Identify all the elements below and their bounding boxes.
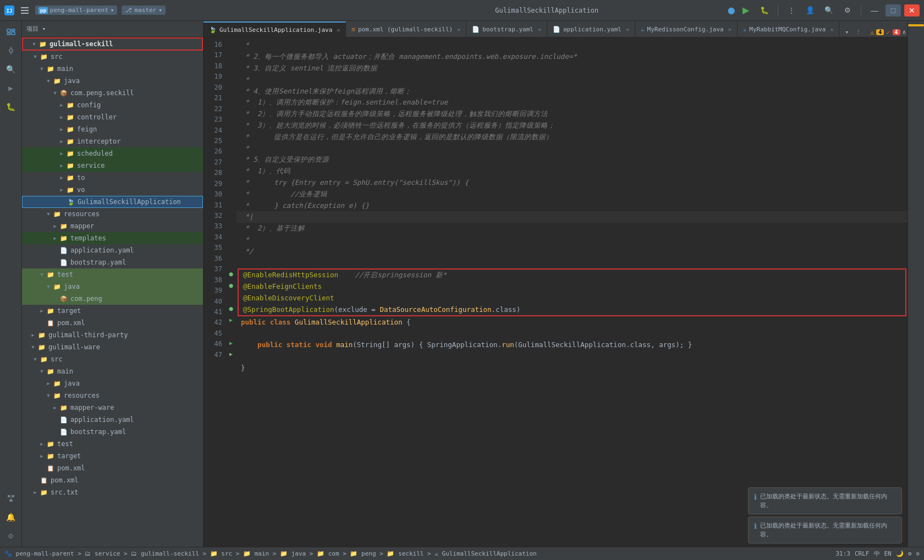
tree-item-main-class[interactable]: 🍃 GulimallSeckillApplication: [22, 196, 203, 208]
tree-item-feign[interactable]: ▶ 📁 feign: [22, 123, 203, 135]
tab-close-redisson[interactable]: ✕: [728, 26, 732, 32]
gutter-icon-37[interactable]: ●: [227, 280, 235, 292]
run-button[interactable]: ▶: [738, 4, 754, 17]
minimize-button[interactable]: —: [867, 4, 882, 17]
status-moon: 🌙: [896, 550, 904, 557]
tree-item-java[interactable]: ▼ 📁 java: [22, 75, 203, 87]
status-settings[interactable]: ⚙: [908, 550, 912, 557]
status-position[interactable]: 31:3: [836, 550, 851, 557]
settings-button[interactable]: ⚙: [840, 4, 855, 17]
account-button[interactable]: 👤: [802, 4, 818, 17]
sidebar-icon-project[interactable]: [2, 23, 20, 41]
folder-icon: 📁: [66, 125, 75, 134]
arrow-icon: ▶: [37, 441, 46, 447]
tree-item-scheduled[interactable]: ▶ 📁 scheduled: [22, 147, 203, 160]
tree-item-application-yaml[interactable]: 📄 application.yaml: [22, 244, 203, 256]
tree-item-test-java[interactable]: ▼ 📁 java: [22, 281, 203, 293]
folder-icon: 📁: [53, 282, 62, 291]
file-tree-content[interactable]: ▼ 📁 gulimall-seckill ▼ 📁 src ▼ 📁 main ▼ …: [22, 37, 203, 547]
tree-item-third-party[interactable]: ▶ 📁 gulimall-third-party: [22, 329, 203, 341]
tree-item-ware-src[interactable]: ▼ 📁 src: [22, 353, 203, 365]
tab-icon-redisson: ☕: [641, 26, 645, 33]
tabs-dropdown-btn[interactable]: ▾: [843, 28, 851, 37]
tree-item-ware-main[interactable]: ▼ 📁 main: [22, 365, 203, 377]
sidebar-icon-commit[interactable]: [2, 42, 20, 59]
sidebar-icon-debug[interactable]: 🐛: [2, 98, 20, 116]
maximize-button[interactable]: □: [886, 4, 901, 17]
tab-pom-xml[interactable]: m pom.xml (gulimall-seckill) ✕: [346, 21, 466, 37]
tree-item-bootstrap-yaml[interactable]: 📄 bootstrap.yaml: [22, 256, 203, 268]
tree-label-ware-resources: resources: [64, 392, 100, 399]
tree-item-ware-java[interactable]: ▶ 📁 java: [22, 377, 203, 389]
tree-item-mapper[interactable]: ▶ 📁 mapper: [22, 220, 203, 232]
tab-close-rabbitmq[interactable]: ✕: [830, 26, 833, 32]
code-area[interactable]: * * 2、每一个微服务都导入 actuator；并配合 management.…: [237, 37, 908, 547]
gutter-icon-39[interactable]: ●: [227, 303, 235, 314]
tree-item-ware-app-yaml[interactable]: 📄 application.yaml: [22, 414, 203, 426]
tab-application-yaml[interactable]: 📄 application.yaml ✕: [547, 21, 635, 37]
tree-item-templates[interactable]: ▶ 📁 templates: [22, 232, 203, 244]
tree-item-src-text[interactable]: ▶ 📁 src.txt: [22, 486, 203, 498]
arrow-icon: ▶: [44, 381, 53, 386]
tree-item-ware[interactable]: ▼ 📁 gulimall-ware: [22, 341, 203, 353]
tree-item-service[interactable]: ▶ 📁 service: [22, 160, 203, 172]
status-encoding[interactable]: CRLF: [855, 550, 870, 557]
tree-label-third-party: gulimall-third-party: [48, 331, 128, 339]
tree-item-target[interactable]: ▶ 📁 target: [22, 305, 203, 317]
run-indicator[interactable]: ⬤: [728, 7, 735, 14]
notification-2: ℹ 已加载的类处于最新状态。无需重新加载任何内容。: [748, 517, 902, 543]
tree-item-pom-xml[interactable]: 📋 pom.xml: [22, 317, 203, 329]
tree-item-package[interactable]: ▼ 📦 com.peng.seckill: [22, 87, 203, 99]
branch-selector[interactable]: ⎇ master ▾: [122, 6, 165, 15]
tree-item-controller[interactable]: ▶ 📁 controller: [22, 111, 203, 123]
gutter-icon-42[interactable]: ▶: [227, 337, 235, 349]
tab-close-main-java[interactable]: ✕: [337, 27, 340, 33]
tree-item-test-package[interactable]: 📦 com.peng: [22, 293, 203, 305]
search-button[interactable]: 🔍: [821, 4, 837, 17]
tree-item-interceptor[interactable]: ▶ 📁 interceptor: [22, 135, 203, 147]
sidebar-icon-search[interactable]: 🔍: [2, 61, 20, 78]
tree-item-vo[interactable]: ▶ 📁 vo: [22, 184, 203, 196]
tab-redisson[interactable]: ☕ MyRedissonConfig.java ✕: [635, 21, 738, 37]
tree-item-config[interactable]: ▶ 📁 config: [22, 99, 203, 111]
sidebar-icon-run[interactable]: ▶: [2, 79, 20, 97]
debug-button[interactable]: 🐛: [757, 4, 772, 17]
project-selector[interactable]: pp peng-mall-parent ▾: [35, 6, 117, 15]
code-line-30: * } catch(Exception e) {}: [237, 200, 908, 211]
tree-item-ware-target[interactable]: ▶ 📁 target: [22, 450, 203, 462]
gutter-icon-40[interactable]: ▶: [227, 314, 235, 326]
folder-icon: 📁: [53, 391, 62, 400]
gutter-icon-36[interactable]: ●: [227, 268, 235, 280]
tab-bootstrap-yaml[interactable]: 📄 bootstrap.yaml ✕: [466, 21, 547, 37]
tree-item-main[interactable]: ▼ 📁 main: [22, 63, 203, 75]
tree-item-ware-pom[interactable]: 📋 pom.xml: [22, 462, 203, 474]
tree-item-test[interactable]: ▼ 📁 test: [22, 268, 203, 281]
tabs-settings-btn[interactable]: ⋮: [853, 28, 864, 37]
tree-item-src[interactable]: ▼ 📁 src: [22, 51, 203, 63]
more-options-button[interactable]: ⋮: [784, 4, 799, 17]
tree-item-root-pom[interactable]: 📋 pom.xml: [22, 474, 203, 486]
tree-item-gulimall-seckill[interactable]: ▼ 📁 gulimall-seckill: [22, 37, 203, 51]
tab-close-app-yaml[interactable]: ✕: [626, 26, 629, 32]
hamburger-menu[interactable]: [19, 5, 31, 16]
tree-item-ware-resources[interactable]: ▼ 📁 resources: [22, 389, 203, 402]
package-icon: 📦: [59, 294, 68, 303]
notif-icon-1: ℹ: [754, 493, 757, 501]
tree-item-ware-mapper[interactable]: ▶ 📁 mapper-ware: [22, 402, 203, 414]
tree-item-ware-boot-yaml[interactable]: 📄 bootstrap.yaml: [22, 426, 203, 438]
sidebar-icon-structure[interactable]: [2, 490, 20, 507]
close-button[interactable]: ✕: [904, 4, 920, 17]
expand-icon[interactable]: ∧: [903, 29, 906, 36]
tab-rabbitmq[interactable]: ☕ MyRabbitMQConfig.java ✕: [738, 21, 840, 37]
sidebar-icon-notifications[interactable]: 🔔: [2, 508, 20, 526]
arrow-icon: ▶: [57, 151, 66, 156]
tab-close-bootstrap[interactable]: ✕: [538, 26, 541, 32]
tab-main-java[interactable]: 🍃 GulimallSeckillApplication.java ✕: [204, 21, 346, 37]
tree-item-ware-test[interactable]: ▶ 📁 test: [22, 438, 203, 450]
gutter-icon-42b[interactable]: ▶: [227, 349, 235, 360]
tab-close-pom[interactable]: ✕: [457, 26, 460, 32]
tree-item-to[interactable]: ▶ 📁 to: [22, 172, 203, 184]
sidebar-icon-plugins[interactable]: ⚙: [2, 527, 20, 545]
tree-item-resources[interactable]: ▼ 📁 resources: [22, 208, 203, 220]
yaml-icon: 📄: [59, 427, 68, 436]
